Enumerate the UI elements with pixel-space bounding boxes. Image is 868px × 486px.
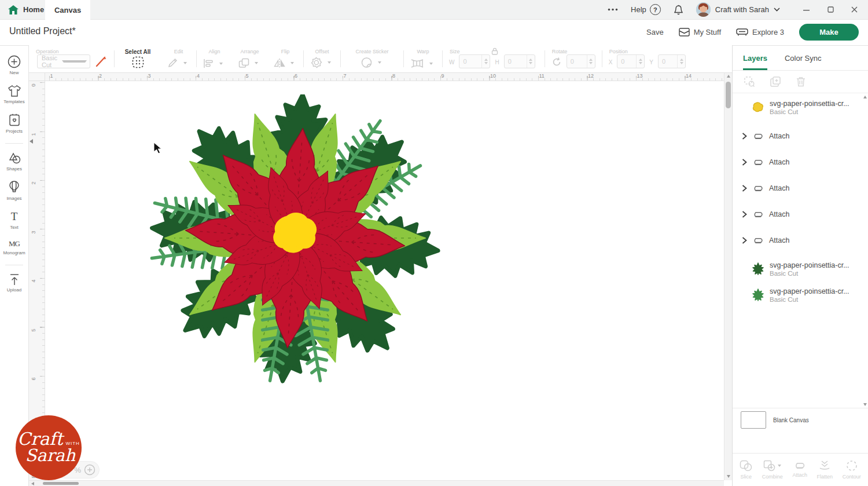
attach-button[interactable]: Attach xyxy=(792,462,807,478)
make-button[interactable]: Make xyxy=(799,24,859,41)
layers-panel: Layers Color Sync svg-paper-poinsettia-c… xyxy=(732,45,868,486)
zoom-in-button[interactable] xyxy=(84,464,95,476)
panel-scroll-down-arrow[interactable] xyxy=(863,403,867,406)
operation-select[interactable]: Basic Cut xyxy=(37,54,90,68)
overflow-menu-icon[interactable] xyxy=(608,8,618,11)
poinsettia-design[interactable] xyxy=(148,94,443,384)
aspect-lock-icon[interactable] xyxy=(491,47,498,55)
sidebar-item-shapes[interactable]: Shapes xyxy=(0,152,28,171)
sidebar-item-projects[interactable]: Projects xyxy=(0,114,28,134)
linetype-color-swatch[interactable] xyxy=(95,56,108,67)
design-canvas[interactable]: 1234567891011121314 012345678 xyxy=(29,72,732,486)
window-minimize-button[interactable] xyxy=(803,6,810,13)
sidebar-item-upload[interactable]: Upload xyxy=(0,273,28,293)
select-all-label: Select All xyxy=(125,49,151,55)
account-menu[interactable]: Craft with Sarah xyxy=(696,2,780,17)
sidebar-item-text[interactable]: T Text xyxy=(0,210,28,230)
width-stepper[interactable] xyxy=(481,55,490,68)
arrange-label: Arrange xyxy=(240,49,259,54)
scroll-up-arrow[interactable] xyxy=(727,75,730,78)
sidebar-item-images[interactable]: Images xyxy=(0,181,28,201)
blank-canvas-row[interactable]: Blank Canvas xyxy=(733,408,868,432)
layer-row[interactable]: svg-paper-poinsettia-cr... Basic Cut xyxy=(733,257,863,280)
height-value: 0 xyxy=(505,55,527,68)
select-layers-icon[interactable] xyxy=(744,76,755,87)
height-stepper[interactable] xyxy=(527,55,535,68)
canvas-horizontal-scrollbar[interactable] xyxy=(29,480,724,486)
sidebar-label-monogram: Monogram xyxy=(3,250,25,255)
rail-divider xyxy=(5,265,23,265)
slice-button[interactable]: Slice xyxy=(740,460,752,480)
chevron-right-icon[interactable] xyxy=(742,159,747,166)
duplicate-layer-icon[interactable] xyxy=(770,76,781,87)
horizontal-scroll-thumb[interactable] xyxy=(43,482,79,485)
explore-machine-button[interactable]: Explore 3 xyxy=(736,28,784,36)
attach-group-row[interactable]: Attach xyxy=(733,127,863,145)
sidebar-item-monogram[interactable]: MG Monogram xyxy=(0,239,28,255)
canvas-color-swatch[interactable] xyxy=(741,411,766,429)
arrange-button[interactable] xyxy=(238,58,261,68)
my-stuff-button[interactable]: My Stuff xyxy=(679,28,721,36)
notifications-bell-icon[interactable] xyxy=(674,5,683,15)
position-y-input[interactable]: 0 xyxy=(658,54,686,68)
rotate-input[interactable]: 0 xyxy=(567,54,595,68)
width-input[interactable]: 0 xyxy=(459,54,490,68)
chevron-right-icon[interactable] xyxy=(742,237,747,244)
scroll-down-arrow[interactable] xyxy=(727,475,730,478)
height-prefix: H xyxy=(495,59,499,65)
offset-icon xyxy=(310,57,322,68)
layer-row[interactable]: svg-paper-poinsettia-cr... Basic Cut xyxy=(733,283,863,306)
position-y-prefix: Y xyxy=(649,59,653,65)
project-notebook-icon xyxy=(9,114,20,127)
chevron-right-icon[interactable] xyxy=(742,211,747,218)
attach-label: Attach xyxy=(769,158,789,166)
attach-group-row[interactable]: Attach xyxy=(733,206,863,223)
tab-color-sync[interactable]: Color Sync xyxy=(785,46,822,70)
top-bar: Home Canvas Help ? Craft with Sarah xyxy=(0,0,868,20)
paperclip-icon xyxy=(752,237,764,244)
chevron-right-icon[interactable] xyxy=(742,185,747,192)
height-input[interactable]: 0 xyxy=(504,54,535,68)
combine-button[interactable]: Combine xyxy=(762,460,783,480)
canvas-vertical-scrollbar[interactable] xyxy=(724,72,732,480)
delete-layer-icon[interactable] xyxy=(796,76,806,87)
select-all-button[interactable] xyxy=(132,56,144,68)
sidebar-label-shapes: Shapes xyxy=(6,166,22,171)
ruler-corner xyxy=(29,72,45,81)
flatten-button[interactable]: Flatten xyxy=(817,460,833,480)
hot-air-balloon-icon xyxy=(9,181,20,194)
panel-scroll-up-arrow[interactable] xyxy=(863,96,867,98)
tab-layers[interactable]: Layers xyxy=(743,46,767,70)
contour-button[interactable]: Contour xyxy=(843,460,861,480)
create-sticker-button[interactable] xyxy=(361,57,384,68)
project-title: Untitled Project* xyxy=(9,26,76,36)
offset-button[interactable] xyxy=(310,57,334,68)
chevron-right-icon[interactable] xyxy=(742,133,747,140)
scroll-left-arrow[interactable] xyxy=(31,482,34,485)
sidebar-item-templates[interactable]: Templates xyxy=(0,85,28,104)
window-close-button[interactable] xyxy=(851,6,858,13)
layer-name: svg-paper-poinsettia-cr... xyxy=(770,261,849,269)
flip-button[interactable] xyxy=(274,58,297,68)
edit-button[interactable] xyxy=(167,57,190,68)
flower-center xyxy=(276,215,314,250)
home-tab[interactable]: Home xyxy=(8,0,44,19)
position-x-input[interactable]: 0 xyxy=(617,54,645,68)
warp-button[interactable] xyxy=(410,59,436,68)
window-maximize-button[interactable] xyxy=(827,6,834,13)
sidebar-item-new[interactable]: New xyxy=(0,55,28,75)
save-button[interactable]: Save xyxy=(646,28,664,36)
help-button[interactable]: Help ? xyxy=(631,4,661,15)
attach-group-row[interactable]: Attach xyxy=(733,154,863,171)
rotate-stepper[interactable] xyxy=(587,55,595,68)
align-button[interactable] xyxy=(203,59,226,68)
layer-row[interactable]: svg-paper-poinsettia-cr... Basic Cut xyxy=(733,96,863,119)
vertical-scroll-thumb[interactable] xyxy=(726,82,731,108)
layer-operation: Basic Cut xyxy=(770,108,849,115)
attach-group-row[interactable]: Attach xyxy=(733,232,863,249)
panel-tabs: Layers Color Sync xyxy=(733,46,868,71)
attach-group-row[interactable]: Attach xyxy=(733,180,863,197)
position-x-stepper[interactable] xyxy=(636,55,644,68)
tab-canvas[interactable]: Canvas xyxy=(45,0,90,20)
position-y-stepper[interactable] xyxy=(677,55,685,68)
